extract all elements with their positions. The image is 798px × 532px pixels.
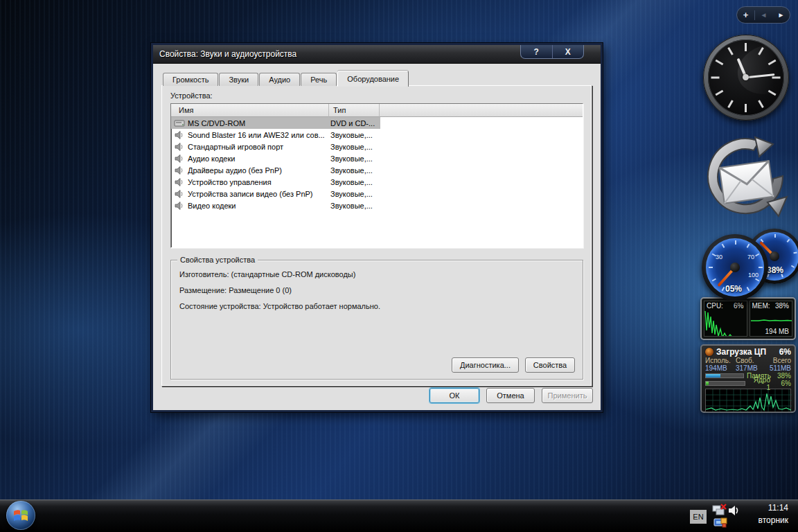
mem-meter-label: MEM: xyxy=(752,302,770,310)
network-disconnected-icon[interactable] xyxy=(712,504,727,517)
close-button[interactable]: X xyxy=(552,45,584,58)
device-row[interactable]: Устройства записи видео (без PnP) Звуков… xyxy=(171,188,583,200)
clock-day: вторник xyxy=(759,515,788,525)
tab-hardware[interactable]: Оборудование xyxy=(337,71,409,87)
system-tray: EN 11:14 вторник xyxy=(680,499,798,532)
core-bar-value: 6% xyxy=(773,380,791,387)
mem-meter-value: 38% xyxy=(775,302,789,310)
cpu-history-graph xyxy=(704,310,747,337)
cdrom-drive-icon xyxy=(174,118,185,128)
cpu-meter-label: CPU: xyxy=(707,302,723,310)
speaker-icon xyxy=(174,177,185,187)
column-header-filler xyxy=(380,104,583,117)
device-name: Устройства записи видео (без PnP) xyxy=(188,190,330,198)
device-row[interactable]: Видео кодеки Звуковые,... xyxy=(171,200,583,211)
gauge-tick-label: 70 xyxy=(747,254,754,260)
display-settings-icon[interactable] xyxy=(713,517,727,530)
device-name: Устройство управления xyxy=(188,178,330,186)
help-button[interactable]: ? xyxy=(521,45,552,58)
device-properties-group: Свойства устройства Изготовитель: (станд… xyxy=(170,260,583,380)
speaker-icon xyxy=(174,201,185,211)
gadget-control-bar[interactable]: + ◄ ► xyxy=(736,6,790,24)
language-indicator[interactable]: EN xyxy=(690,510,707,524)
gauge-tick-label: 30 xyxy=(716,254,722,260)
status-line: Состояние устройства: Устройство работае… xyxy=(179,302,574,310)
list-header: Имя Тип xyxy=(171,104,583,117)
core-progress-bar xyxy=(705,381,745,386)
dialog-titlebar[interactable]: Свойства: Звуки и аудиоустройства ? X xyxy=(153,45,601,64)
device-name: Аудио кодеки xyxy=(188,154,330,163)
cpu-mem-meter-gadget[interactable]: CPU: 6% MEM: 38% 194 MB xyxy=(700,297,796,340)
device-row[interactable]: MS C/DVD-ROM DVD и CD-... xyxy=(171,117,583,129)
tab-strip: Громкость Звуки Аудио Речь Оборудование xyxy=(161,70,592,85)
device-type: Звуковые,... xyxy=(330,143,380,151)
device-type: Звуковые,... xyxy=(330,202,380,210)
device-row[interactable]: Аудио кодеки Звуковые,... xyxy=(171,152,583,164)
tab-speech[interactable]: Речь xyxy=(301,73,337,86)
device-row[interactable]: Sound Blaster 16 или AWE32 или сов... Зв… xyxy=(171,129,583,141)
ok-button[interactable]: ОК xyxy=(429,388,479,403)
device-row[interactable]: Устройство управления Звуковые,... xyxy=(171,176,583,188)
cpu-gauge-value: 05% xyxy=(725,284,742,294)
device-row[interactable]: Стандартный игровой порт Звуковые,... xyxy=(171,141,583,152)
manufacturer-line: Изготовитель: (стандартные CD-ROM дисков… xyxy=(179,270,574,278)
dialog-title: Свойства: Звуки и аудиоустройства xyxy=(153,49,296,59)
tab-volume[interactable]: Громкость xyxy=(163,73,218,86)
clock-face xyxy=(708,39,784,116)
device-type: Звуковые,... xyxy=(330,154,380,163)
start-button[interactable] xyxy=(6,501,35,530)
speaker-icon xyxy=(174,130,185,140)
memory-progress-bar xyxy=(705,373,744,378)
col-used-label: Исполь. xyxy=(705,357,736,364)
cpu-meter-value: 6% xyxy=(734,302,743,310)
cpu-gauge-gadget[interactable]: 30 70 100 05% xyxy=(702,234,768,301)
column-header-name[interactable]: Имя xyxy=(171,104,329,117)
memory-gauge-value: 38% xyxy=(767,265,783,275)
devices-label: Устройства: xyxy=(170,91,583,100)
mem-meter-pane: MEM: 38% 194 MB xyxy=(750,301,793,337)
cpu-widget-title: Загрузка ЦП xyxy=(716,347,777,357)
mem-free-value: 317MB xyxy=(736,364,766,372)
device-properties-button[interactable]: Свойства xyxy=(525,357,575,373)
speaker-icon xyxy=(174,189,185,199)
speaker-icon xyxy=(174,142,185,152)
tray-clock[interactable]: 11:14 вторник xyxy=(759,503,788,525)
tab-sounds[interactable]: Звуки xyxy=(219,73,258,86)
gadget-add-button[interactable]: + xyxy=(737,10,754,20)
cancel-button[interactable]: Отмена xyxy=(486,388,535,403)
apply-button[interactable]: Применить xyxy=(542,388,593,403)
clock-gadget[interactable] xyxy=(703,35,789,121)
gadget-prev-button[interactable]: ◄ xyxy=(755,11,772,19)
mail-gadget[interactable] xyxy=(701,133,791,223)
device-name: MS C/DVD-ROM xyxy=(188,119,330,127)
tab-audio[interactable]: Аудио xyxy=(259,73,300,86)
memory-bar-value: 38% xyxy=(774,372,791,380)
troubleshoot-button[interactable]: Диагностика... xyxy=(452,357,519,373)
volume-icon[interactable] xyxy=(727,504,740,517)
device-name: Драйверы аудио (без PnP) xyxy=(188,166,330,175)
cpu-meter-pane: CPU: 6% xyxy=(704,301,747,337)
cpu-widget-value: 6% xyxy=(779,347,791,357)
device-type: Звуковые,... xyxy=(330,178,380,186)
mem-total-value: 511MB xyxy=(766,364,791,372)
device-type: DVD и CD-... xyxy=(330,119,380,127)
device-type: Звуковые,... xyxy=(330,166,380,175)
device-name: Стандартный игровой порт xyxy=(188,143,330,151)
device-row[interactable]: Драйверы аудио (без PnP) Звуковые,... xyxy=(171,164,583,176)
gadget-next-button[interactable]: ► xyxy=(772,11,790,19)
gauge-tick-label: 100 xyxy=(748,272,759,278)
mem-used-value: 194MB xyxy=(705,364,736,372)
group-title: Свойства устройства xyxy=(177,256,258,264)
hardware-tab-page: Устройства: Имя Тип MS C/DVD-ROM xyxy=(161,85,592,387)
device-list[interactable]: Имя Тип MS C/DVD-ROM DVD и CD-... xyxy=(170,103,583,248)
column-header-type[interactable]: Тип xyxy=(329,104,380,117)
device-type: Звуковые,... xyxy=(330,131,380,139)
cpu-load-widget[interactable]: Загрузка ЦП 6% Исполь. Своб. Всего 194MB… xyxy=(700,344,796,413)
device-type: Звуковые,... xyxy=(330,190,380,198)
mail-icon xyxy=(701,133,791,223)
cpu-widget-icon xyxy=(705,348,713,356)
device-name: Видео кодеки xyxy=(188,202,330,210)
mem-amount: 194 MB xyxy=(765,328,789,335)
sound-properties-dialog: Свойства: Звуки и аудиоустройства ? X Гр… xyxy=(151,43,603,412)
col-free-label: Своб. xyxy=(736,357,766,364)
